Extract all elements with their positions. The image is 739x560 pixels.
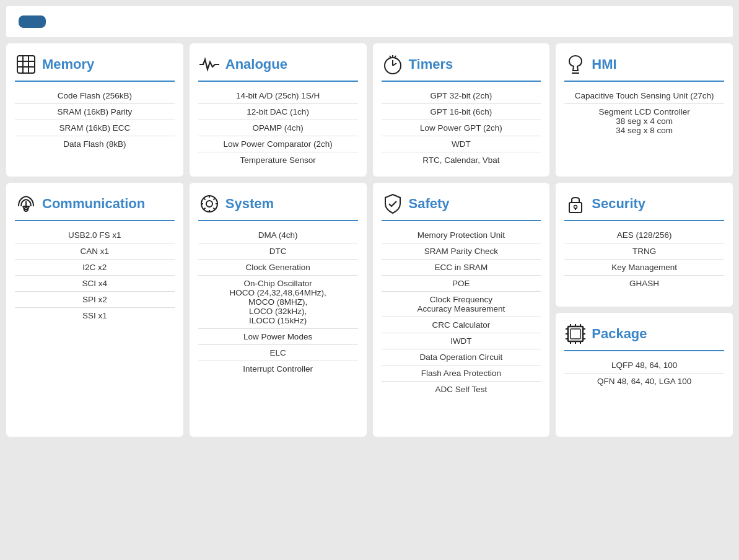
page-header — [6, 6, 733, 37]
system-icon — [198, 193, 221, 215]
list-item: Capacitive Touch Sensing Unit (27ch) — [564, 88, 724, 104]
list-item: POE — [382, 276, 541, 292]
safety-icon — [382, 193, 404, 215]
card-title-package: Package — [592, 326, 647, 342]
list-item: ELC — [198, 345, 358, 361]
svg-rect-28 — [571, 329, 580, 339]
list-item: SRAM (16kB) ECC — [15, 120, 175, 136]
list-item: GHASH — [564, 276, 724, 291]
list-item: Code Flash (256kB) — [15, 88, 175, 104]
card-items-timers: GPT 32-bit (2ch)GPT 16-bit (6ch)Low Powe… — [382, 88, 541, 168]
svg-rect-24 — [569, 203, 582, 212]
card-header-analogue: Analogue — [198, 53, 358, 76]
card-hmi: HMICapacitive Touch Sensing Unit (27ch)S… — [556, 43, 733, 177]
card-divider-analogue — [198, 81, 358, 82]
card-title-analogue: Analogue — [225, 56, 287, 72]
communication-icon — [15, 193, 37, 215]
list-item: SSI x1 — [15, 308, 175, 323]
svg-line-22 — [213, 198, 214, 199]
list-item: Data Operation Circuit — [382, 349, 541, 365]
list-item: I2C x2 — [15, 260, 175, 276]
list-item: QFN 48, 64, 40, LGA 100 — [564, 374, 724, 389]
list-item: DMA (4ch) — [198, 227, 358, 243]
analogue-icon — [198, 53, 221, 76]
svg-rect-0 — [17, 56, 35, 73]
list-item: Clock Generation — [198, 260, 358, 276]
card-header-memory: Memory — [15, 53, 175, 76]
list-item: Data Flash (8kB) — [15, 136, 175, 152]
card-divider-safety — [382, 220, 541, 221]
card-items-hmi: Capacitive Touch Sensing Unit (27ch)Segm… — [564, 88, 724, 138]
svg-line-6 — [390, 56, 391, 58]
card-package: PackageLQFP 48, 64, 100QFN 48, 64, 40, L… — [556, 313, 733, 437]
card-items-analogue: 14-bit A/D (25ch) 1S/H12-bit DAC (1ch)OP… — [198, 88, 358, 168]
card-divider-communication — [15, 220, 175, 221]
list-item: Memory Protection Unit — [382, 227, 541, 243]
svg-line-20 — [204, 198, 205, 199]
card-title-safety: Safety — [409, 196, 450, 212]
memory-icon — [15, 53, 37, 76]
chip-badge — [19, 15, 46, 28]
list-item: IWDT — [382, 333, 541, 349]
list-item: GPT 16-bit (6ch) — [382, 104, 541, 120]
svg-point-25 — [574, 205, 577, 208]
security-icon — [564, 193, 587, 215]
card-title-system: System — [225, 196, 274, 212]
svg-point-15 — [201, 196, 217, 212]
card-header-safety: Safety — [382, 193, 541, 215]
card-memory: MemoryCode Flash (256kB)SRAM (16kB) Pari… — [6, 43, 183, 177]
list-item: Interrupt Controller — [198, 361, 358, 377]
card-communication: CommunicationUSB2.0 FS x1CAN x1I2C x2SCI… — [6, 183, 183, 437]
card-items-security: AES (128/256)TRNGKey ManagementGHASH — [564, 227, 724, 291]
card-analogue: Analogue14-bit A/D (25ch) 1S/H12-bit DAC… — [190, 43, 367, 177]
card-title-communication: Communication — [42, 196, 145, 212]
card-header-package: Package — [564, 323, 724, 345]
card-header-timers: Timers — [382, 53, 541, 76]
list-item: Flash Area Protection — [382, 365, 541, 382]
list-item: DTC — [198, 243, 358, 260]
card-timers: TimersGPT 32-bit (2ch)GPT 16-bit (6ch)Lo… — [373, 43, 550, 177]
list-item: On-Chip OscillatorHOCO (24,32,48,64MHz),… — [198, 276, 358, 329]
card-divider-system — [198, 220, 358, 221]
card-divider-hmi — [564, 81, 724, 82]
list-item: Low Power GPT (2ch) — [382, 120, 541, 136]
list-item: GPT 32-bit (2ch) — [382, 88, 541, 104]
card-title-security: Security — [592, 196, 645, 212]
list-item: 14-bit A/D (25ch) 1S/H — [198, 88, 358, 104]
list-item: SCI x4 — [15, 276, 175, 292]
package-icon — [564, 323, 587, 345]
card-security: SecurityAES (128/256)TRNGKey ManagementG… — [556, 183, 733, 307]
svg-point-14 — [206, 201, 212, 207]
card-title-hmi: HMI — [592, 56, 616, 72]
card-header-hmi: HMI — [564, 53, 724, 76]
card-system: SystemDMA (4ch)DTCClock GenerationOn-Chi… — [190, 183, 367, 437]
card-divider-memory — [15, 81, 175, 82]
list-item: OPAMP (4ch) — [198, 120, 358, 136]
card-title-timers: Timers — [409, 56, 453, 72]
list-item: LQFP 48, 64, 100 — [564, 357, 724, 374]
hmi-icon — [564, 53, 587, 76]
card-divider-package — [564, 350, 724, 351]
card-items-system: DMA (4ch)DTCClock GenerationOn-Chip Osci… — [198, 227, 358, 377]
bottom-grid: CommunicationUSB2.0 FS x1CAN x1I2C x2SCI… — [6, 183, 733, 437]
svg-line-7 — [395, 56, 396, 58]
card-items-safety: Memory Protection UnitSRAM Parity CheckE… — [382, 227, 541, 397]
card-items-memory: Code Flash (256kB)SRAM (16kB) ParitySRAM… — [15, 88, 175, 152]
list-item: Low Power Modes — [198, 329, 358, 345]
list-item: CAN x1 — [15, 243, 175, 260]
list-item: Low Power Comparator (2ch) — [198, 136, 358, 152]
card-items-package: LQFP 48, 64, 100QFN 48, 64, 40, LGA 100 — [564, 357, 724, 389]
card-header-communication: Communication — [15, 193, 175, 215]
list-item: SPI x2 — [15, 292, 175, 308]
card-header-security: Security — [564, 193, 724, 215]
list-item: ECC in SRAM — [382, 260, 541, 276]
list-item: AES (128/256) — [564, 227, 724, 243]
list-item: USB2.0 FS x1 — [15, 227, 175, 243]
svg-line-23 — [204, 208, 205, 209]
list-item: Clock FrequencyAccuracy Measurement — [382, 292, 541, 317]
list-item: WDT — [382, 136, 541, 152]
list-item: 12-bit DAC (1ch) — [198, 104, 358, 120]
card-items-communication: USB2.0 FS x1CAN x1I2C x2SCI x4SPI x2SSI … — [15, 227, 175, 323]
list-item: TRNG — [564, 243, 724, 260]
timers-icon — [382, 53, 404, 76]
